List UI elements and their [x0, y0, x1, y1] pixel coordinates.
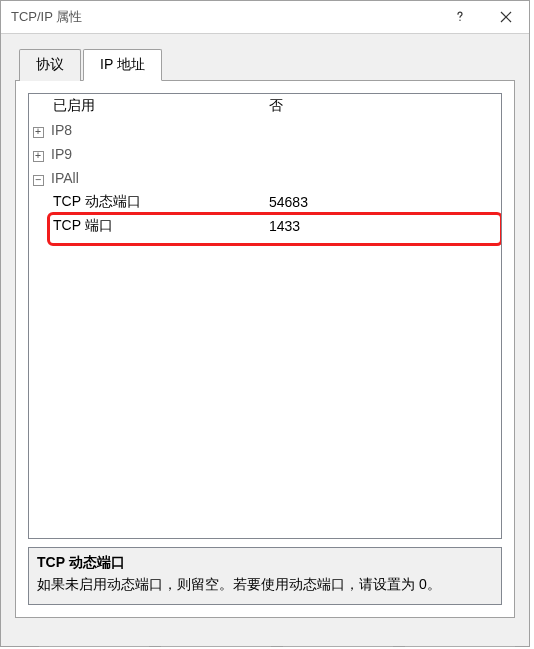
property-value[interactable]: 54683 — [265, 194, 501, 210]
dialog-body: 协议 IP 地址 已启用 否 + IP8 + — [1, 34, 529, 632]
group-name: IP9 — [47, 146, 263, 162]
property-grid-rows[interactable]: 已启用 否 + IP8 + IP9 − I — [29, 94, 501, 538]
svg-point-0 — [459, 20, 460, 21]
description-text: 如果未启用动态端口，则留空。若要使用动态端口，请设置为 0。 — [37, 576, 493, 594]
apply-button[interactable]: 应用(A) — [283, 646, 393, 647]
description-title: TCP 动态端口 — [37, 554, 493, 572]
titlebar: TCP/IP 属性 — [1, 1, 529, 34]
description-panel: TCP 动态端口 如果未启用动态端口，则留空。若要使用动态端口，请设置为 0。 — [28, 547, 502, 605]
expand-icon[interactable]: + — [29, 122, 47, 138]
property-name: TCP 端口 — [47, 217, 265, 235]
property-name: TCP 动态端口 — [47, 193, 265, 211]
dialog-buttons: 确定 取消 应用(A) 帮助 — [1, 632, 529, 647]
tab-protocol[interactable]: 协议 — [19, 49, 81, 81]
cancel-button[interactable]: 取消 — [161, 646, 271, 647]
tabstrip: 协议 IP 地址 — [15, 49, 515, 81]
group-row-ip8[interactable]: + IP8 — [29, 118, 501, 142]
help-button[interactable] — [437, 1, 483, 33]
close-button[interactable] — [483, 1, 529, 33]
expand-icon[interactable]: + — [29, 146, 47, 162]
window-title: TCP/IP 属性 — [11, 8, 82, 26]
property-value[interactable]: 否 — [265, 97, 501, 115]
tab-ip-address[interactable]: IP 地址 — [83, 49, 162, 81]
group-row-ipall[interactable]: − IPAll — [29, 166, 501, 190]
collapse-icon[interactable]: − — [29, 170, 47, 186]
ok-button[interactable]: 确定 — [39, 646, 149, 647]
property-row-tcp-dynamic-port[interactable]: TCP 动态端口 54683 — [29, 190, 501, 214]
property-row-enabled[interactable]: 已启用 否 — [29, 94, 501, 118]
property-row-tcp-port[interactable]: TCP 端口 1433 — [29, 214, 501, 238]
group-name: IP8 — [47, 122, 263, 138]
dialog-window: TCP/IP 属性 协议 IP 地址 已启用 — [0, 0, 530, 647]
property-value[interactable]: 1433 — [265, 218, 501, 234]
property-name: 已启用 — [47, 97, 265, 115]
group-row-ip9[interactable]: + IP9 — [29, 142, 501, 166]
property-grid: 已启用 否 + IP8 + IP9 − I — [28, 93, 502, 539]
group-name: IPAll — [47, 170, 263, 186]
help-dialog-button[interactable]: 帮助 — [405, 646, 515, 647]
tab-panel: 已启用 否 + IP8 + IP9 − I — [15, 80, 515, 618]
